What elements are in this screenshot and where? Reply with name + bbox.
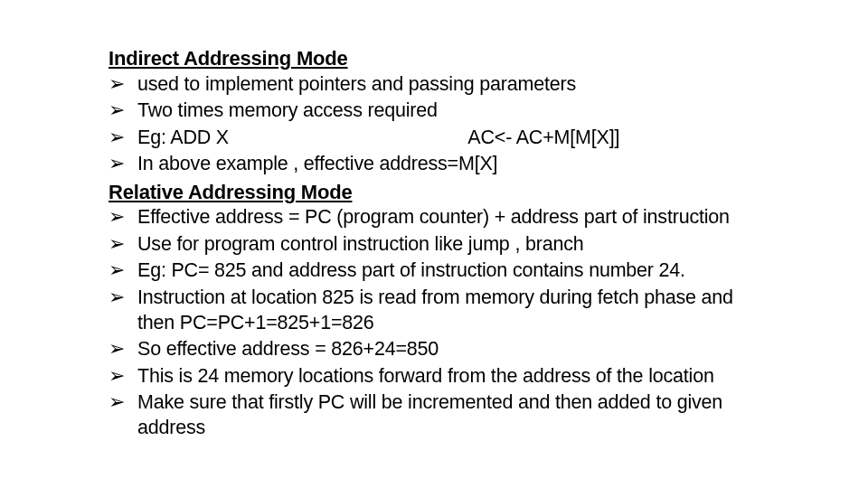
arrow-icon: ➢ [108,390,125,416]
list-item: ➢So effective address = 826+24=850 [108,337,750,362]
list-item: ➢used to implement pointers and passing … [108,72,750,98]
page: Indirect Addressing Mode ➢used to implem… [0,0,868,488]
list-item: ➢Use for program control instruction lik… [108,232,750,258]
arrow-icon: ➢ [108,72,125,98]
list-item-text: Effective address = PC (program counter)… [137,206,730,228]
list-item: ➢In above example , effective address=M[… [108,152,750,177]
arrow-icon: ➢ [108,152,125,177]
content-block: Indirect Addressing Mode ➢used to implem… [108,45,750,442]
heading-relative: Relative Addressing Mode [108,179,750,206]
list-item-text: Two times memory access required [137,99,438,121]
arrow-icon: ➢ [108,258,125,284]
list-item: ➢Eg: PC= 825 and address part of instruc… [108,258,750,284]
arrow-icon: ➢ [108,205,125,230]
list-item: ➢This is 24 memory locations forward fro… [108,364,750,389]
heading-indirect: Indirect Addressing Mode [108,45,750,72]
arrow-icon: ➢ [108,364,125,389]
list-item: ➢Effective address = PC (program counter… [108,205,750,230]
list-item: ➢Make sure that firstly PC will be incre… [108,390,750,440]
list-relative: ➢Effective address = PC (program counter… [108,205,750,440]
list-item-text: Instruction at location 825 is read from… [137,286,733,333]
arrow-icon: ➢ [108,126,125,151]
list-item: ➢Two times memory access required [108,99,750,124]
list-item-text: In above example , effective address=M[X… [137,153,497,174]
list-item: ➢Eg: ADD X AC<- AC+M[M[X]] [108,126,750,151]
list-item-text: This is 24 memory locations forward from… [137,365,714,387]
list-indirect: ➢used to implement pointers and passing … [108,72,750,177]
list-item-text: Make sure that firstly PC will be increm… [137,391,722,438]
list-item-text: used to implement pointers and passing p… [137,73,576,95]
list-item-text: Eg: ADD X AC<- AC+M[M[X]] [137,127,619,148]
arrow-icon: ➢ [108,99,125,124]
list-item-text: So effective address = 826+24=850 [137,338,439,360]
list-item-text: Use for program control instruction like… [137,233,583,255]
arrow-icon: ➢ [108,286,125,311]
arrow-icon: ➢ [108,337,125,362]
arrow-icon: ➢ [108,232,125,258]
list-item-text: Eg: PC= 825 and address part of instruct… [137,259,685,281]
list-item: ➢Instruction at location 825 is read fro… [108,286,750,335]
